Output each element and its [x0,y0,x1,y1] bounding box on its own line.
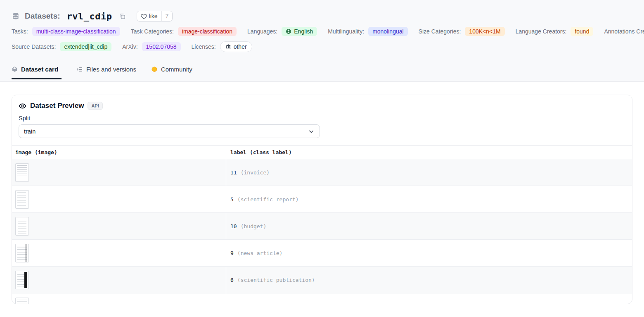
document-thumbnail [15,163,29,182]
tag-group-label: Task Categories: [131,28,174,35]
tag-pill-license-label: other [234,43,247,50]
like-count[interactable]: 7 [161,11,173,21]
dataset-title-row: Datasets: rvl_cdip like 7 [12,11,632,21]
table-row: 6(scientific publication) [12,267,632,293]
table-row: 11(invoice) [12,159,632,186]
tag-group-label: Annotations Creators: [604,28,644,35]
preview-title: Dataset Preview [30,102,84,110]
tag-group-multilinguality: Multilinguality: monolingual [328,27,407,36]
label-name: (invoice) [241,169,270,176]
tag-row-1: Tasks: multi-class-image-classification … [12,27,632,36]
split-label: Split [19,115,627,122]
files-versions-icon [76,66,83,73]
datasets-breadcrumb-label[interactable]: Datasets: [25,12,60,21]
tag-group-licenses: Licenses: other [192,41,252,52]
label-value: 6 [230,277,234,283]
table-row: 5(scientific report) [12,186,632,213]
tab-label: Dataset card [21,66,58,73]
like-button[interactable]: like 7 [137,11,173,21]
document-thumbnail [15,271,29,289]
tag-group-label: Language Creators: [516,28,567,35]
tag-row-2: Source Datasets: extended|iit_cdip ArXiv… [12,41,632,52]
tab-label: Community [161,66,192,73]
tag-pill-arxiv[interactable]: 1502.07058 [142,42,181,51]
tab-files-and-versions[interactable]: Files and versions [76,66,136,79]
document-thumbnail [15,244,29,262]
tag-group-label: Source Datasets: [12,43,56,50]
label-name: (budget) [241,223,267,229]
main-content: Dataset Preview API Split train image (i… [0,82,644,304]
heart-icon [141,13,147,19]
tag-pill-size-category[interactable]: 100K<n<1M [465,27,504,36]
tag-group-label: Size Categories: [419,28,461,35]
tag-group-label: Multilinguality: [328,28,364,35]
tag-pill-license[interactable]: other [220,41,252,52]
page-header-section: Datasets: rvl_cdip like 7 Tasks: multi-c… [0,0,644,82]
label-value: 11 [230,169,237,176]
like-button-label: like [149,13,158,19]
label-value: 9 [230,250,234,256]
label-value: 10 [230,223,237,229]
document-thumbnail [15,190,29,209]
tag-group-label: ArXiv: [122,43,137,50]
database-icon [12,12,20,20]
tag-pill-multilinguality[interactable]: monolingual [368,27,408,36]
tag-pill-source-dataset[interactable]: extended|iit_cdip [60,42,111,51]
split-selected-value: train [24,128,36,135]
community-icon [151,66,158,73]
tab-dataset-card[interactable]: Dataset card [12,66,62,79]
dataset-name: rvl_cdip [67,11,112,21]
dataset-card-icon [12,66,18,72]
eye-icon [19,102,26,110]
label-name: (news article) [237,250,283,256]
tag-group-annotations-creators: Annotations Creators: found [604,27,644,36]
document-thumbnail [15,217,29,236]
label-name: (scientific publication) [237,277,315,283]
tag-group-language-creators: Language Creators: found [516,27,594,36]
tag-group-task-categories: Task Categories: image-classification [131,27,237,36]
label-name: (scientific report) [237,196,299,203]
copy-icon[interactable] [119,13,126,20]
tag-group-size-categories: Size Categories: 100K<n<1M [419,27,505,36]
tag-pill-language-creators[interactable]: found [571,27,593,36]
tag-group-label: Licenses: [192,43,216,50]
tag-pill-task[interactable]: multi-class-image-classification [32,27,120,36]
label-value: 5 [230,196,234,203]
column-header-image: image (image) [12,146,226,159]
tab-label: Files and versions [86,66,136,73]
tag-group-tasks: Tasks: multi-class-image-classification [12,27,120,36]
tag-pill-language-label: English [294,28,313,35]
api-badge[interactable]: API [88,102,102,110]
tab-community[interactable]: Community [151,66,192,79]
tag-pill-language[interactable]: English [282,27,317,36]
split-select[interactable]: train [19,124,320,138]
tag-group-label: Tasks: [12,28,28,35]
table-row: 9(news article) [12,240,632,267]
tab-bar: Dataset card Files and versions Communit… [12,62,632,79]
tag-group-arxiv: ArXiv: 1502.07058 [122,42,180,51]
tag-group-languages: Languages: English [247,27,317,36]
column-header-label: label (class label) [226,146,632,159]
preview-table: image (image) label (class label) 11(inv… [12,145,632,304]
tag-group-label: Languages: [247,28,277,35]
table-row: 10(budget) [12,213,632,240]
bank-icon [225,44,231,50]
tag-group-source-datasets: Source Datasets: extended|iit_cdip [12,42,111,51]
table-header-row: image (image) label (class label) [12,145,632,159]
dataset-preview-card: Dataset Preview API Split train image (i… [12,95,632,304]
table-row [12,293,632,304]
document-thumbnail [15,298,29,305]
tag-pill-task-category[interactable]: image-classification [178,27,237,36]
globe-icon [286,29,291,34]
chevron-down-icon [308,128,315,135]
